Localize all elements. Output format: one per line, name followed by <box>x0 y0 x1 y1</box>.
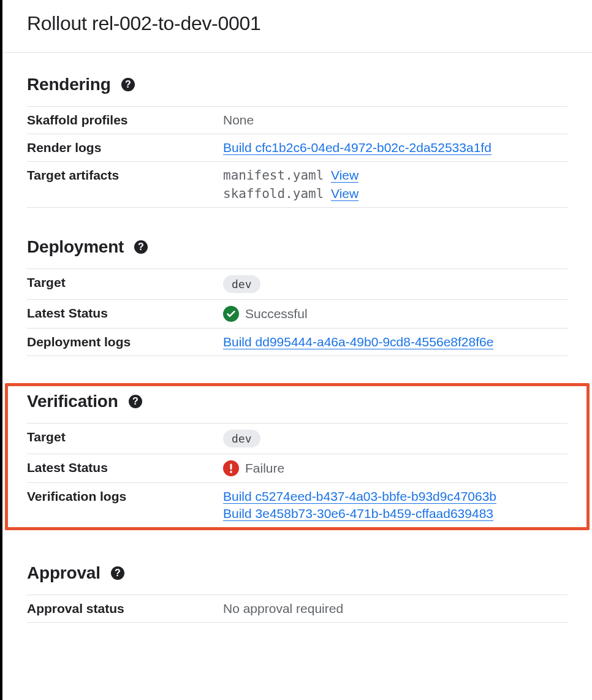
deployment-status-label: Latest Status <box>27 306 223 321</box>
deployment-logs-link[interactable]: Build dd995444-a46a-49b0-9cd8-4556e8f28f… <box>223 335 493 349</box>
verification-log-link[interactable]: Build 3e458b73-30e6-471b-b459-cffaad6394… <box>223 506 493 521</box>
approval-status-label: Approval status <box>27 601 223 616</box>
skaffold-profiles-row: Skaffold profiles None <box>27 106 567 134</box>
approval-status-row: Approval status No approval required <box>27 595 567 623</box>
help-icon[interactable]: ? <box>134 240 148 254</box>
svg-text:?: ? <box>132 396 139 406</box>
help-icon[interactable]: ? <box>121 77 135 92</box>
verification-section: Verification ? Target dev Latest Status … <box>27 386 567 534</box>
svg-text:?: ? <box>138 242 144 252</box>
verification-status-row: Latest Status Failure <box>27 454 567 483</box>
rendering-heading: Rendering <box>27 75 111 94</box>
verification-target-row: Target dev <box>27 423 567 454</box>
render-logs-row: Render logs Build cfc1b2c6-04ed-4972-b02… <box>27 134 567 162</box>
success-icon <box>223 306 239 322</box>
artifact-line: skaffold.yaml View <box>223 186 567 201</box>
deployment-heading: Deployment <box>27 237 124 257</box>
deployment-target-row: Target dev <box>27 268 567 300</box>
verification-status-value: Failure <box>245 461 284 476</box>
approval-section: Approval ? Approval status No approval r… <box>27 563 567 623</box>
deployment-logs-row: Deployment logs Build dd995444-a46a-49b0… <box>27 328 567 356</box>
verification-log-link[interactable]: Build c5274eed-b437-4a03-bbfe-b93d9c4706… <box>223 489 496 504</box>
skaffold-profiles-value: None <box>223 113 567 127</box>
title-divider <box>2 52 592 53</box>
verification-target-label: Target <box>27 430 223 444</box>
deployment-target-label: Target <box>27 275 223 290</box>
render-logs-label: Render logs <box>27 140 223 155</box>
verification-heading: Verification <box>27 392 118 411</box>
error-icon <box>223 460 239 476</box>
deployment-section: Deployment ? Target dev Latest Status Su… <box>27 237 567 356</box>
artifact-filename: skaffold.yaml <box>223 186 324 201</box>
svg-text:?: ? <box>115 568 121 578</box>
artifact-filename: manifest.yaml <box>223 168 324 183</box>
page-title: Rollout rel-002-to-dev-0001 <box>27 12 567 35</box>
verification-logs-row: Verification logs Build c5274eed-b437-4a… <box>27 482 567 528</box>
deployment-status-value: Successful <box>245 306 308 321</box>
render-logs-link[interactable]: Build cfc1b2c6-04ed-4972-b02c-2da52533a1… <box>223 140 491 155</box>
deployment-status-row: Latest Status Successful <box>27 299 567 329</box>
artifact-view-link[interactable]: View <box>331 186 359 201</box>
svg-point-9 <box>230 471 232 473</box>
verification-heading-row: Verification ? <box>27 392 567 411</box>
artifact-line: manifest.yaml View <box>223 168 567 183</box>
target-chip: dev <box>223 275 260 293</box>
svg-rect-8 <box>230 463 232 470</box>
help-icon[interactable]: ? <box>128 394 143 409</box>
target-artifacts-row: Target artifacts manifest.yaml View skaf… <box>27 161 567 208</box>
target-chip: dev <box>223 430 260 447</box>
verification-logs-label: Verification logs <box>27 489 223 504</box>
rendering-section: Rendering ? Skaffold profiles None Rende… <box>27 75 567 208</box>
deployment-logs-label: Deployment logs <box>27 335 223 349</box>
approval-heading-row: Approval ? <box>27 563 567 583</box>
help-icon[interactable]: ? <box>110 566 125 580</box>
skaffold-profiles-label: Skaffold profiles <box>27 113 223 127</box>
rendering-heading-row: Rendering ? <box>27 75 567 94</box>
verification-status-label: Latest Status <box>27 460 223 475</box>
approval-heading: Approval <box>27 563 101 583</box>
svg-text:?: ? <box>125 79 131 89</box>
target-artifacts-label: Target artifacts <box>27 168 223 183</box>
artifact-view-link[interactable]: View <box>331 168 359 183</box>
deployment-heading-row: Deployment ? <box>27 237 567 257</box>
approval-status-value: No approval required <box>223 601 567 616</box>
